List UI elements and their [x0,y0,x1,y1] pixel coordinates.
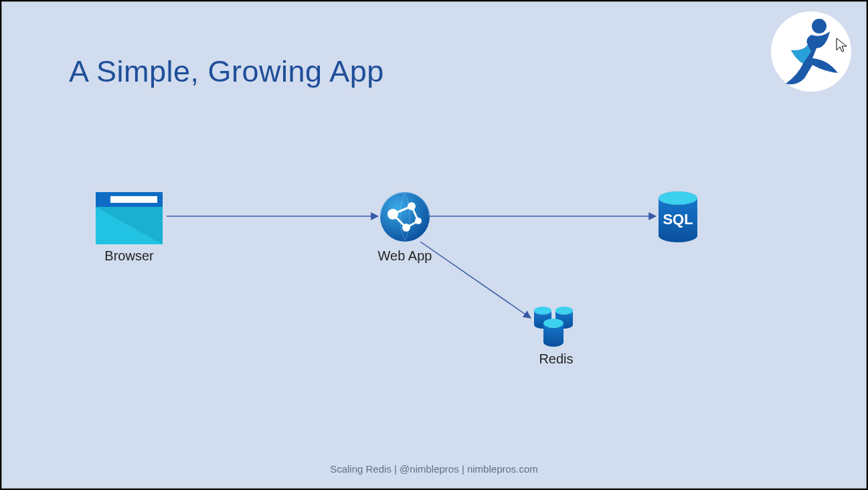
svg-point-11 [408,202,416,210]
browser-icon [96,192,163,244]
slide-footer: Scaling Redis | @nimblepros | nimblepros… [2,463,866,475]
svg-point-17 [555,307,573,315]
slide: A Simple, Growing App [1,1,867,489]
browser-label: Browser [96,248,163,264]
svg-point-5 [380,192,430,242]
webapp-label: Web App [371,248,438,264]
redis-label: Redis [523,351,590,367]
svg-rect-2 [110,196,157,203]
svg-point-18 [543,319,563,328]
svg-point-13 [415,218,422,224]
svg-point-12 [402,224,410,232]
svg-point-0 [812,19,827,33]
svg-point-16 [534,307,551,315]
redis-cache-icon [529,306,578,349]
sql-database-icon: SQL [658,191,698,243]
webapp-node [379,191,430,242]
cursor-icon [835,37,849,53]
sql-node: SQL [658,191,698,243]
svg-point-10 [387,209,398,220]
redis-node [529,306,578,349]
slide-title: A Simple, Growing App [69,54,384,89]
sql-text: SQL [663,211,693,228]
browser-node [96,192,163,244]
webapp-icon [379,191,430,242]
